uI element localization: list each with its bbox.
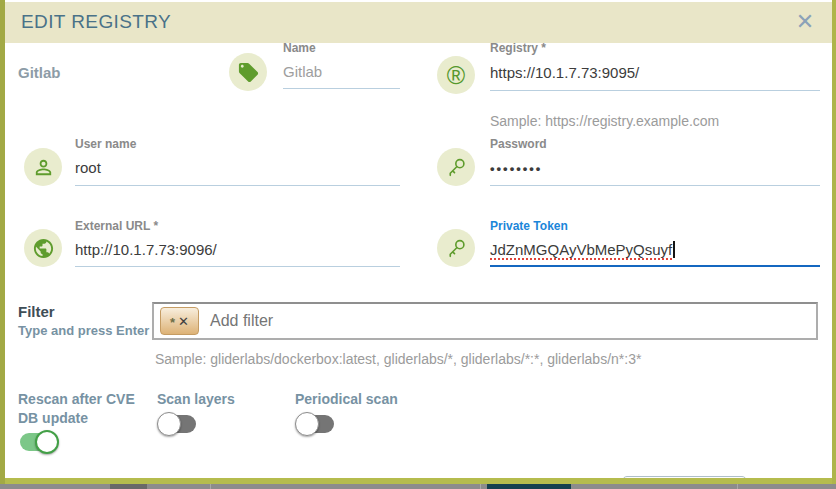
background-page-strip <box>0 484 836 489</box>
rescan-toggle[interactable] <box>18 430 60 454</box>
dialog-header: EDIT REGISTRY ✕ <box>5 2 832 43</box>
password-field-label: Password <box>490 137 547 151</box>
filter-clear-chip[interactable]: * ✕ <box>160 307 199 335</box>
private-token-field-label: Private Token <box>490 219 568 233</box>
registry-display-name: Gitlab <box>18 64 61 81</box>
registered-trademark-icon: ® <box>437 56 475 94</box>
dialog-border-left <box>0 0 5 484</box>
scan-layers-toggle-label: Scan layers <box>157 390 235 409</box>
toggle-knob <box>295 412 319 436</box>
name-field-label: Name <box>283 41 316 55</box>
rescan-toggle-label: Rescan after CVE DB update <box>18 390 136 428</box>
password-field-input[interactable]: •••••••• <box>490 161 542 176</box>
close-button[interactable]: ✕ <box>790 7 820 37</box>
dialog-title: EDIT REGISTRY <box>21 11 171 33</box>
edit-registry-dialog: EDIT REGISTRY ✕ Gitlab Name Gitlab ® Reg… <box>0 0 836 489</box>
clear-x-icon: ✕ <box>178 315 189 328</box>
asterisk-icon: * <box>170 316 175 329</box>
toggle-knob <box>35 430 59 454</box>
globe-icon <box>24 229 62 267</box>
registry-field-underline <box>490 90 820 91</box>
password-field-underline <box>490 185 820 186</box>
tag-icon <box>229 53 267 91</box>
dialog-border-right <box>832 0 836 484</box>
person-icon <box>24 148 62 186</box>
filter-input-box[interactable]: * ✕ Add filter <box>152 302 818 340</box>
username-field-underline <box>75 185 400 186</box>
filter-section-label: Filter <box>18 303 55 320</box>
periodical-scan-toggle[interactable] <box>295 412 337 436</box>
external-url-field-underline <box>75 266 400 267</box>
background-segment <box>110 484 147 489</box>
key-icon <box>437 229 475 267</box>
private-token-text: JdZnMGQAyVbMePyQsuyf <box>490 241 672 258</box>
private-token-field-input[interactable]: JdZnMGQAyVbMePyQsuyf <box>490 241 675 258</box>
filter-placeholder: Add filter <box>210 312 273 330</box>
toggle-knob <box>157 412 181 436</box>
background-divider <box>737 484 738 489</box>
background-divider <box>210 484 211 489</box>
registry-field-input[interactable]: https://10.1.7.73:9095/ <box>490 64 639 81</box>
registry-sample-hint: Sample: https://registry.example.com <box>490 113 719 129</box>
name-field-input[interactable]: Gitlab <box>283 63 322 80</box>
text-cursor <box>673 241 675 258</box>
background-divider <box>480 484 481 489</box>
external-url-field-label: External URL * <box>75 219 158 233</box>
registry-field-label: Registry * <box>490 41 546 55</box>
name-field-underline <box>283 88 400 89</box>
background-segment <box>487 484 571 489</box>
external-url-field-input[interactable]: http://10.1.7.73:9096/ <box>75 241 217 258</box>
username-field-input[interactable]: root <box>75 159 101 176</box>
private-token-focus-underline <box>490 265 820 267</box>
periodical-scan-toggle-label: Periodical scan <box>295 390 398 409</box>
username-field-label: User name <box>75 137 136 151</box>
scan-layers-toggle[interactable] <box>157 412 199 436</box>
key-icon <box>437 148 475 186</box>
filter-sample-hint: Sample: gliderlabs/dockerbox:latest, gli… <box>155 351 641 367</box>
filter-instruction: Type and press Enter <box>18 323 149 338</box>
close-icon: ✕ <box>796 11 814 33</box>
